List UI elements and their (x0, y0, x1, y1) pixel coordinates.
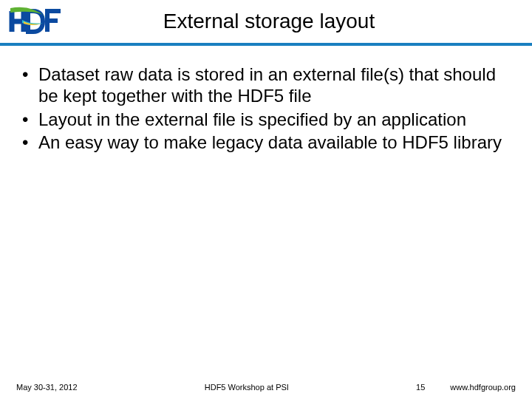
list-item: Layout in the external file is specified… (21, 109, 511, 130)
hdf-logo (9, 7, 66, 36)
slide-title: External storage layout (81, 10, 523, 33)
list-item: Dataset raw data is stored in an externa… (21, 64, 511, 107)
slide-header: External storage layout (0, 0, 532, 43)
footer-url: www.hdfgroup.org (450, 383, 516, 392)
bullet-list: Dataset raw data is stored in an externa… (21, 64, 511, 153)
list-item: An easy way to make legacy data availabl… (21, 132, 511, 153)
slide-body: Dataset raw data is stored in an externa… (0, 46, 532, 153)
footer-date: May 30-31, 2012 (16, 383, 78, 392)
footer-center: HDF5 Workshop at PSI (78, 383, 417, 392)
hdf-logo-icon (9, 7, 66, 36)
footer-page-number: 15 (416, 383, 425, 392)
slide-footer: May 30-31, 2012 HDF5 Workshop at PSI 15 … (0, 383, 532, 392)
